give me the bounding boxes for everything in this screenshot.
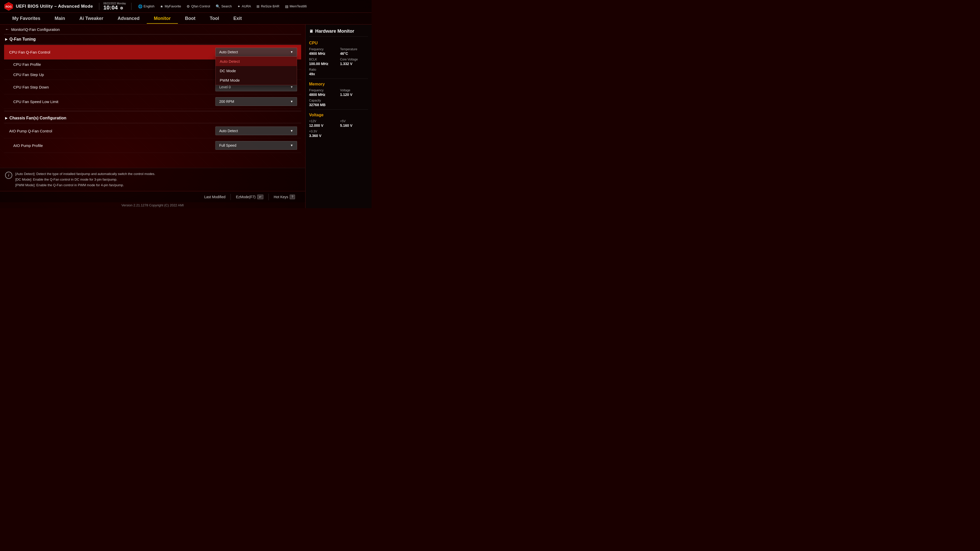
cpu-fan-speed-low-selected: 200 RPM [219, 100, 234, 103]
aio-pump-control-value: Auto Detect ▼ [215, 127, 297, 135]
cpu-fan-step-down-selected: Level 0 [219, 85, 231, 89]
info-bar: i [Auto Detect]: Detect the type of inst… [0, 168, 305, 191]
top-bar: ROG UEFI BIOS Utility – Advanced Mode 08… [0, 0, 372, 13]
hw-cpu-freq: Frequency 4900 MHz [309, 48, 337, 56]
hw-cpu-ratio-value: 49x [309, 72, 368, 76]
cpu-fan-speed-low-value: 200 RPM ▼ [215, 97, 297, 106]
hw-cpu-ratio-label: Ratio [309, 68, 368, 71]
hw-volt-33-label: +3.3V [309, 130, 368, 133]
hotkeys-label: Hot Keys [274, 195, 288, 199]
ezmode-label: EzMode(F7) [236, 195, 256, 199]
hw-cpu-bclk: BCLK 100.00 MHz [309, 58, 337, 66]
hw-volt-33: +3.3V 3.360 V [309, 130, 368, 138]
ezmode-btn[interactable]: EzMode(F7) ↵ [231, 194, 269, 200]
hw-mem-volt-label: Voltage [340, 89, 368, 92]
hw-cpu-corevolt: Core Voltage 1.332 V [340, 58, 368, 66]
tab-tool[interactable]: Tool [203, 13, 226, 24]
chassis-sub-separator [4, 123, 301, 123]
cpu-fan-control-label: CPU Fan Q-Fan Control [9, 50, 50, 54]
chassis-fans-label: Chassis Fan(s) Configuration [10, 116, 66, 121]
hw-cpu-temp-value: 46°C [340, 52, 368, 56]
aio-pump-control-row[interactable]: AIO Pump Q-Fan Control Auto Detect ▼ [4, 124, 301, 138]
toolbar: 🌐 English ★ MyFavorite ⚙ Qfan Control 🔍 … [135, 3, 368, 10]
hw-mem-volt: Voltage 1.120 V [340, 89, 368, 97]
aio-pump-control-dropdown[interactable]: Auto Detect ▼ [215, 127, 297, 135]
hw-cpu-corevolt-value: 1.332 V [340, 62, 368, 66]
tab-main[interactable]: Main [48, 13, 72, 24]
datetime: 08/22/2022 Monday 10:04 ⚙ [103, 2, 126, 11]
toolbar-search[interactable]: 🔍 Search [213, 3, 234, 10]
globe-icon: 🌐 [138, 4, 142, 8]
section-qfan-tuning[interactable]: ▶ Q-Fan Tuning [4, 35, 301, 44]
hw-volt-12-label: +12V [309, 119, 337, 123]
cpu-fan-speed-low-row[interactable]: CPU Fan Speed Low Limit 200 RPM ▼ [4, 94, 301, 109]
tab-boot[interactable]: Boot [178, 13, 203, 24]
cpu-fan-step-down-label: CPU Fan Step Down [13, 85, 49, 89]
monitor-display-icon: 🖥 [309, 29, 313, 34]
cpu-fan-control-dropdown[interactable]: Auto Detect ▼ [215, 48, 297, 56]
hw-mem-capacity-label: Capacity [309, 99, 368, 102]
tab-monitor[interactable]: Monitor [147, 13, 178, 24]
toolbar-myfavorite[interactable]: ★ MyFavorite [158, 3, 183, 10]
aio-pump-profile-selected: Full Speed [219, 143, 236, 148]
aio-pump-profile-value: Full Speed ▼ [215, 141, 297, 150]
qfan-tuning-arrow: ▶ [5, 38, 7, 41]
last-modified-label: Last Modified [204, 195, 225, 199]
hw-monitor-title-text: Hardware Monitor [315, 29, 354, 34]
ezmode-icon: ↵ [257, 195, 263, 199]
hw-mem-capacity-value: 32768 MB [309, 103, 368, 107]
info-text: [Auto Detect]: Detect the type of instal… [15, 171, 155, 188]
info-icon: i [5, 171, 12, 179]
toolbar-qfan[interactable]: ⚙ Qfan Control [184, 3, 213, 10]
hotkeys-btn[interactable]: Hot Keys ? [269, 194, 301, 200]
rog-logo: ROG [4, 2, 13, 11]
cpu-fan-speed-low-dropdown[interactable]: 200 RPM ▼ [215, 97, 297, 106]
hw-volt-5: +5V 5.160 V [340, 119, 368, 127]
toolbar-memtest[interactable]: ▤ MemTest86 [283, 3, 309, 10]
resize-icon: ⊞ [256, 4, 259, 8]
info-line-3: [PWM Mode]: Enable the Q-Fan control in … [15, 183, 155, 188]
fan-icon: ⚙ [186, 4, 190, 8]
version-bar: Version 2.21.1278 Copyright (C) 2022 AMI [0, 202, 305, 208]
hw-memory-grid: Frequency 4800 MHz Voltage 1.120 V [309, 89, 368, 97]
aio-pump-profile-row[interactable]: AIO Pump Profile Full Speed ▼ [4, 138, 301, 153]
hw-cpu-bclk-label: BCLK [309, 58, 337, 61]
hw-mem-freq: Frequency 4800 MHz [309, 89, 337, 97]
settings-gear-icon[interactable]: ⚙ [120, 6, 123, 10]
aio-pump-control-label: AIO Pump Q-Fan Control [9, 129, 52, 133]
dropdown-option-pwm-mode[interactable]: PWM Mode [216, 76, 297, 85]
section-chassis-fans[interactable]: ▶ Chassis Fan(s) Configuration [4, 113, 301, 123]
hw-cpu-grid: Frequency 4900 MHz Temperature 46°C BCLK… [309, 48, 368, 66]
hw-monitor-title: 🖥 Hardware Monitor [309, 29, 368, 37]
version-text: Version 2.21.1278 Copyright (C) 2022 AMI [121, 203, 184, 207]
tab-advanced[interactable]: Advanced [110, 13, 147, 24]
toolbar-english[interactable]: 🌐 English [135, 3, 157, 10]
hw-voltage-section: Voltage [309, 113, 368, 118]
cpu-fan-profile-label: CPU Fan Profile [13, 62, 41, 67]
toolbar-aura[interactable]: ✦ AURA [235, 3, 253, 10]
aio-profile-arrow: ▼ [290, 144, 293, 147]
dropdown-option-dc-mode[interactable]: DC Mode [216, 66, 297, 76]
cpu-fan-control-row[interactable]: CPU Fan Q-Fan Control Auto Detect ▼ Auto… [4, 45, 301, 59]
hw-cpu-bclk-value: 100.00 MHz [309, 62, 337, 66]
last-modified-btn[interactable]: Last Modified [199, 194, 231, 200]
tab-ai-tweaker[interactable]: Ai Tweaker [72, 13, 110, 24]
step-down-arrow: ▼ [290, 85, 293, 89]
dropdown-option-auto-detect[interactable]: Auto Detect [216, 57, 297, 66]
hw-mem-freq-label: Frequency [309, 89, 337, 92]
qfan-separator [4, 44, 301, 44]
info-line-1: [Auto Detect]: Detect the type of instal… [15, 171, 155, 177]
tab-my-favorites[interactable]: My Favorites [5, 13, 48, 24]
cpu-fan-control-selected: Auto Detect [219, 50, 238, 54]
hw-volt-33-value: 3.360 V [309, 134, 368, 138]
toolbar-resize[interactable]: ⊞ ReSize BAR [254, 3, 282, 10]
search-icon: 🔍 [216, 4, 220, 8]
cpu-fan-control-menu: Auto Detect DC Mode PWM Mode [215, 56, 297, 85]
cpu-fan-speed-low-label: CPU Fan Speed Low Limit [13, 100, 59, 104]
breadcrumb-back-arrow[interactable]: ← [5, 27, 9, 32]
hw-volt-5-value: 5.160 V [340, 124, 368, 127]
star-icon: ★ [160, 4, 163, 8]
tab-exit[interactable]: Exit [226, 13, 249, 24]
aio-pump-profile-dropdown[interactable]: Full Speed ▼ [215, 141, 297, 150]
info-line-2: [DC Mode]: Enable the Q-Fan control in D… [15, 177, 155, 183]
